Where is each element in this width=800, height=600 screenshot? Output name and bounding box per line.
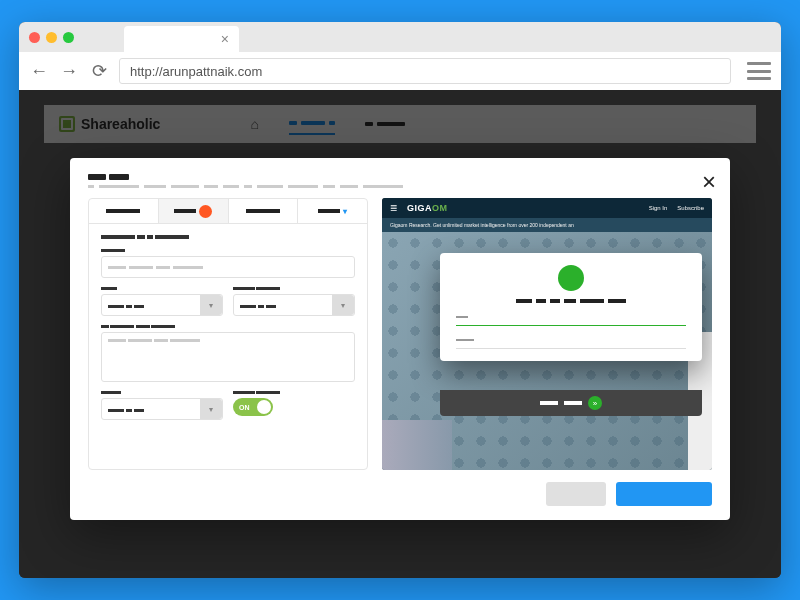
form-tab-2[interactable]	[159, 199, 229, 223]
chevron-down-icon: ▾	[200, 295, 222, 315]
browser-chrome: × ← → ⟳	[19, 22, 781, 90]
select-dropdown[interactable]: ▾	[101, 398, 223, 420]
preview-card-title	[456, 299, 686, 303]
modal-close-icon[interactable]: ×	[702, 168, 716, 196]
avatar-icon	[558, 265, 584, 291]
modal-footer	[88, 482, 712, 506]
reload-icon[interactable]: ⟳	[89, 60, 109, 82]
window-controls	[29, 32, 74, 43]
form-tab-4[interactable]: ▾	[298, 199, 367, 223]
select-dropdown[interactable]: ▾	[101, 294, 223, 316]
form-tab-3[interactable]	[229, 199, 299, 223]
subscribe-link[interactable]: Subscribe	[677, 205, 704, 211]
preview-signup-card	[440, 253, 702, 361]
minimize-window-icon[interactable]	[46, 32, 57, 43]
form-section-title	[101, 234, 355, 240]
preview-banner: Gigaom Research. Get unlimited market in…	[382, 218, 712, 232]
text-input[interactable]	[101, 256, 355, 278]
field-label	[233, 389, 355, 395]
form-panel: ▾ ▾	[88, 198, 368, 470]
modal-overlay: × ▾	[19, 90, 781, 578]
preview-pagination: »	[440, 390, 702, 416]
field-label	[101, 323, 355, 329]
modal-title	[88, 172, 712, 182]
next-icon[interactable]: »	[588, 396, 602, 410]
preview-input-line[interactable]	[456, 325, 686, 326]
field-label	[233, 285, 355, 291]
tab-close-icon[interactable]: ×	[221, 31, 229, 47]
hamburger-menu-icon[interactable]: ≡	[390, 201, 397, 215]
url-input[interactable]	[119, 58, 731, 84]
browser-window: × ← → ⟳ Shareaholic ⌂	[19, 22, 781, 578]
modal-subtitle	[88, 185, 712, 188]
tab-bar: ×	[19, 22, 781, 52]
toggle-switch[interactable]: ON	[233, 398, 273, 416]
preview-field-label	[456, 336, 686, 342]
preview-input-line[interactable]	[456, 348, 686, 349]
address-bar-row: ← → ⟳	[19, 52, 781, 90]
form-tabs: ▾	[89, 199, 367, 224]
maximize-window-icon[interactable]	[63, 32, 74, 43]
preview-header: ≡ GIGAOM Sign In Subscribe	[382, 198, 712, 218]
chevron-down-icon: ▾	[200, 399, 222, 419]
field-label	[101, 247, 355, 253]
hamburger-menu-icon[interactable]	[747, 62, 771, 80]
status-dot-icon	[199, 205, 212, 218]
preview-building-image	[382, 420, 452, 470]
preview-logo: GIGAOM	[407, 203, 448, 213]
save-button[interactable]	[616, 482, 712, 506]
preview-field-label	[456, 313, 686, 319]
preview-panel: ≡ GIGAOM Sign In Subscribe Gigaom Resear…	[382, 198, 712, 470]
chevron-down-icon: ▾	[343, 207, 347, 216]
preview-header-links: Sign In Subscribe	[649, 205, 704, 211]
modal-body: ▾ ▾	[88, 198, 712, 470]
back-icon[interactable]: ←	[29, 61, 49, 82]
settings-modal: × ▾	[70, 158, 730, 520]
cancel-button[interactable]	[546, 482, 606, 506]
close-window-icon[interactable]	[29, 32, 40, 43]
textarea-input[interactable]	[101, 332, 355, 382]
forward-icon[interactable]: →	[59, 61, 79, 82]
browser-tab[interactable]: ×	[124, 26, 239, 52]
page-content: Shareaholic ⌂ ×	[19, 90, 781, 578]
form-tab-1[interactable]	[89, 199, 159, 223]
chevron-down-icon: ▾	[332, 295, 354, 315]
field-label	[101, 285, 223, 291]
form-content: ▾ ▾	[89, 224, 367, 434]
signin-link[interactable]: Sign In	[649, 205, 668, 211]
field-label	[101, 389, 223, 395]
select-dropdown[interactable]: ▾	[233, 294, 355, 316]
